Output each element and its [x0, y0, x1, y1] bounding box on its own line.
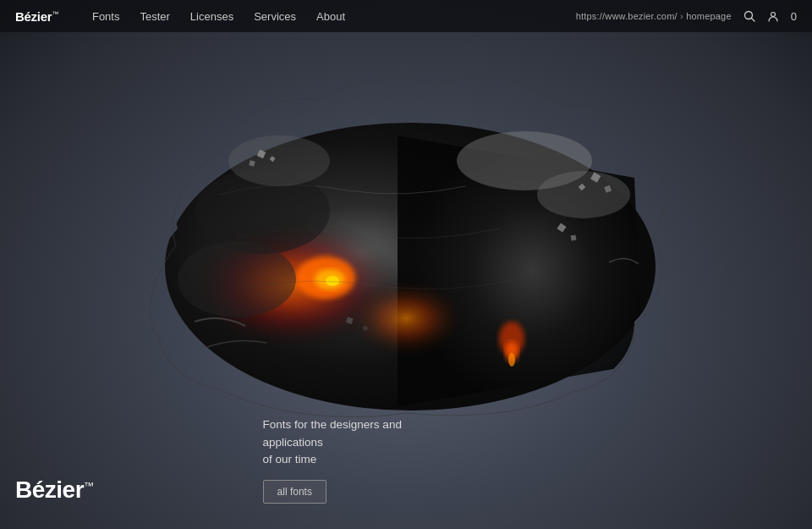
- logo-text: Bézier: [15, 9, 52, 24]
- tagline-line2: of our time: [263, 453, 317, 466]
- svg-line-1: [751, 19, 754, 22]
- nav-link-tester[interactable]: Tester: [129, 10, 179, 23]
- nav-link-about[interactable]: About: [306, 10, 355, 23]
- nav-link-licenses[interactable]: Licenses: [180, 10, 244, 23]
- search-icon[interactable]: [743, 10, 755, 22]
- nav-link-services[interactable]: Services: [244, 10, 306, 23]
- brand-text: Bézier: [15, 477, 84, 503]
- svg-point-30: [508, 353, 515, 366]
- tagline: Fonts for the designers and applications…: [263, 416, 449, 468]
- svg-point-13: [537, 171, 630, 218]
- url-path: homepage: [686, 11, 732, 21]
- cart-count[interactable]: 0: [791, 10, 797, 23]
- tagline-line1: Fonts for the designers and applications: [263, 418, 402, 448]
- nav-links: Fonts Tester Licenses Services About: [82, 10, 576, 23]
- svg-point-5: [304, 237, 508, 372]
- brand-name: Bézier™: [15, 477, 94, 504]
- nav-url: https://www.bezier.com/ › homepage: [576, 11, 732, 21]
- tagline-section: Fonts for the designers and applications…: [263, 416, 449, 504]
- user-icon[interactable]: [767, 10, 779, 22]
- all-fonts-button[interactable]: all fonts: [263, 480, 326, 504]
- nav-right: https://www.bezier.com/ › homepage 0: [576, 10, 797, 23]
- svg-rect-25: [571, 235, 577, 241]
- svg-point-10: [178, 241, 296, 317]
- navbar: Bézier™ Fonts Tester Licenses Services A…: [0, 0, 812, 32]
- hero-visual: [110, 25, 702, 474]
- logo-trademark: ™: [52, 10, 58, 18]
- nav-logo[interactable]: Bézier™: [15, 9, 58, 24]
- rock-illustration: [110, 25, 702, 474]
- bottom-content: Bézier™ Fonts for the designers and appl…: [0, 416, 812, 512]
- svg-point-2: [771, 13, 775, 17]
- url-base: https://www.bezier.com/: [576, 11, 678, 21]
- svg-point-11: [228, 135, 330, 186]
- nav-link-fonts[interactable]: Fonts: [82, 10, 130, 23]
- brand-trademark: ™: [84, 480, 94, 492]
